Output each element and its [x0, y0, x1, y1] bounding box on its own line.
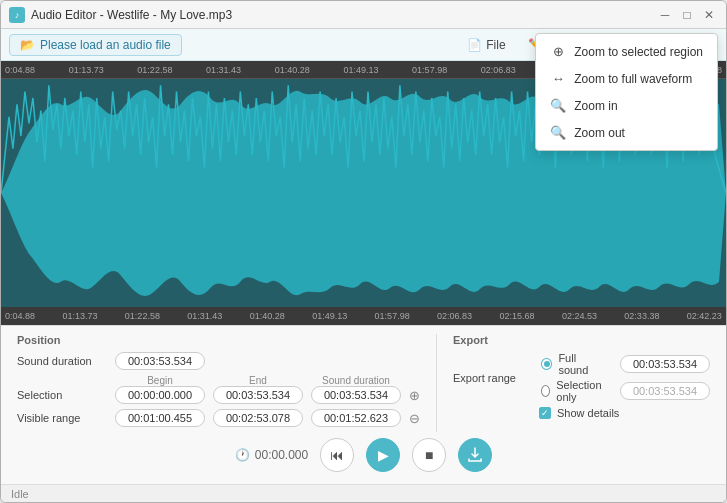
mark-1: 01:13.73: [69, 65, 104, 75]
visible-range-row: Visible range ⊖: [17, 409, 420, 427]
end-col-label: End: [213, 375, 303, 386]
selection-zoom-icon[interactable]: ⊕: [409, 388, 420, 403]
play-button[interactable]: ▶: [366, 438, 400, 472]
timeline-marks-bottom: 0:04.88 01:13.73 01:22.58 01:31.43 01:40…: [5, 311, 722, 321]
export-section-label: Export: [453, 334, 710, 346]
show-details-row: ✓ Show details: [539, 407, 710, 419]
begin-col-label: Begin: [115, 375, 205, 386]
selection-end-input[interactable]: [213, 386, 303, 404]
mark-0: 0:04.88: [5, 65, 35, 75]
export-button[interactable]: [458, 438, 492, 472]
status-bar: Idle: [1, 484, 726, 502]
bmark-9: 02:24.53: [562, 311, 597, 321]
zoom-selected-region-item[interactable]: ⊕ Zoom to selected region: [536, 38, 717, 65]
clock-icon: 🕐: [235, 448, 250, 462]
selection-only-radio-row: Selection only: [541, 379, 710, 403]
zoom-out-label: Zoom out: [574, 126, 625, 140]
time-display: 🕐 00:00.000: [235, 448, 308, 462]
bmark-3: 01:31.43: [187, 311, 222, 321]
mark-4: 01:40.28: [275, 65, 310, 75]
full-sound-time-input[interactable]: [620, 355, 710, 373]
skip-back-button[interactable]: ⏮: [320, 438, 354, 472]
load-audio-button[interactable]: 📂 Please load an audio file: [9, 34, 182, 56]
zoom-full-waveform-item[interactable]: ↔ Zoom to full waveform: [536, 65, 717, 92]
zoom-in-item[interactable]: 🔍 Zoom in: [536, 92, 717, 119]
mark-3: 01:31.43: [206, 65, 241, 75]
visible-zoom-icon[interactable]: ⊖: [409, 411, 420, 426]
visible-range-label: Visible range: [17, 412, 107, 424]
bmark-0: 0:04.88: [5, 311, 35, 321]
sound-duration-row: Sound duration: [17, 352, 420, 370]
position-section-label: Position: [17, 334, 420, 346]
file-menu-button[interactable]: 📄 File: [457, 35, 515, 55]
sound-duration-label: Sound duration: [17, 355, 107, 367]
file-icon: 📄: [467, 38, 482, 52]
full-sound-label: Full sound: [558, 352, 606, 376]
export-range-row: Export range Full sound Selection only: [453, 352, 710, 403]
maximize-button[interactable]: □: [678, 6, 696, 24]
app-window: ♪ Audio Editor - Westlife - My Love.mp3 …: [0, 0, 727, 503]
zoom-in-label: Zoom in: [574, 99, 617, 113]
title-bar-text: Audio Editor - Westlife - My Love.mp3: [31, 8, 656, 22]
zoom-in-icon: 🔍: [550, 98, 566, 113]
status-text: Idle: [11, 488, 29, 500]
transport-bar: 🕐 00:00.000 ⏮ ▶ ■: [17, 432, 710, 476]
controls-right: Export Export range Full sound: [436, 334, 710, 432]
visible-duration-input[interactable]: [311, 409, 401, 427]
folder-icon: 📂: [20, 38, 35, 52]
show-details-label: Show details: [557, 407, 619, 419]
export-radio-group: Full sound Selection only: [541, 352, 710, 403]
bmark-4: 01:40.28: [250, 311, 285, 321]
close-button[interactable]: ✕: [700, 6, 718, 24]
full-sound-radio-row: Full sound: [541, 352, 710, 376]
zoom-dropdown: ⊕ Zoom to selected region ↔ Zoom to full…: [535, 33, 718, 151]
load-label: Please load an audio file: [40, 38, 171, 52]
selection-only-radio[interactable]: [541, 385, 550, 397]
visible-begin-input[interactable]: [115, 409, 205, 427]
selection-begin-input[interactable]: [115, 386, 205, 404]
bmark-2: 01:22.58: [125, 311, 160, 321]
selection-label: Selection: [17, 389, 107, 401]
transport-time: 00:00.000: [255, 448, 308, 462]
selection-only-label: Selection only: [556, 379, 606, 403]
mark-2: 01:22.58: [137, 65, 172, 75]
zoom-selected-region-label: Zoom to selected region: [574, 45, 703, 59]
export-icon: [467, 447, 483, 463]
selection-row: Selection ⊕: [17, 386, 420, 404]
title-bar-controls: ─ □ ✕: [656, 6, 718, 24]
zoom-full-waveform-label: Zoom to full waveform: [574, 72, 692, 86]
title-bar: ♪ Audio Editor - Westlife - My Love.mp3 …: [1, 1, 726, 29]
bmark-10: 02:33.38: [624, 311, 659, 321]
minimize-button[interactable]: ─: [656, 6, 674, 24]
bmark-7: 02:06.83: [437, 311, 472, 321]
show-details-checkbox[interactable]: ✓: [539, 407, 551, 419]
mark-7: 02:06.83: [481, 65, 516, 75]
selection-duration-input[interactable]: [311, 386, 401, 404]
bmark-8: 02:15.68: [499, 311, 534, 321]
mark-5: 01:49.13: [343, 65, 378, 75]
controls-row: Position Sound duration Begin End Sound …: [17, 334, 710, 432]
sound-duration-input[interactable]: [115, 352, 205, 370]
zoom-out-icon: 🔍: [550, 125, 566, 140]
visible-end-input[interactable]: [213, 409, 303, 427]
full-sound-radio[interactable]: [541, 358, 552, 370]
selection-only-time-input[interactable]: [620, 382, 710, 400]
app-icon: ♪: [9, 7, 25, 23]
duration-col-label: Sound duration: [311, 375, 401, 386]
zoom-region-icon: ⊕: [550, 44, 566, 59]
column-headers: Begin End Sound duration: [115, 375, 420, 386]
export-range-label: Export range: [453, 372, 533, 384]
stop-button[interactable]: ■: [412, 438, 446, 472]
bmark-11: 02:42.23: [687, 311, 722, 321]
bmark-5: 01:49.13: [312, 311, 347, 321]
zoom-out-item[interactable]: 🔍 Zoom out: [536, 119, 717, 146]
controls-panel: Position Sound duration Begin End Sound …: [1, 325, 726, 484]
bmark-1: 01:13.73: [62, 311, 97, 321]
bmark-6: 01:57.98: [375, 311, 410, 321]
file-label: File: [486, 38, 505, 52]
check-icon: ✓: [541, 409, 549, 418]
mark-6: 01:57.98: [412, 65, 447, 75]
controls-left: Position Sound duration Begin End Sound …: [17, 334, 420, 432]
timeline-bottom: 0:04.88 01:13.73 01:22.58 01:31.43 01:40…: [1, 307, 726, 325]
zoom-full-icon: ↔: [550, 71, 566, 86]
